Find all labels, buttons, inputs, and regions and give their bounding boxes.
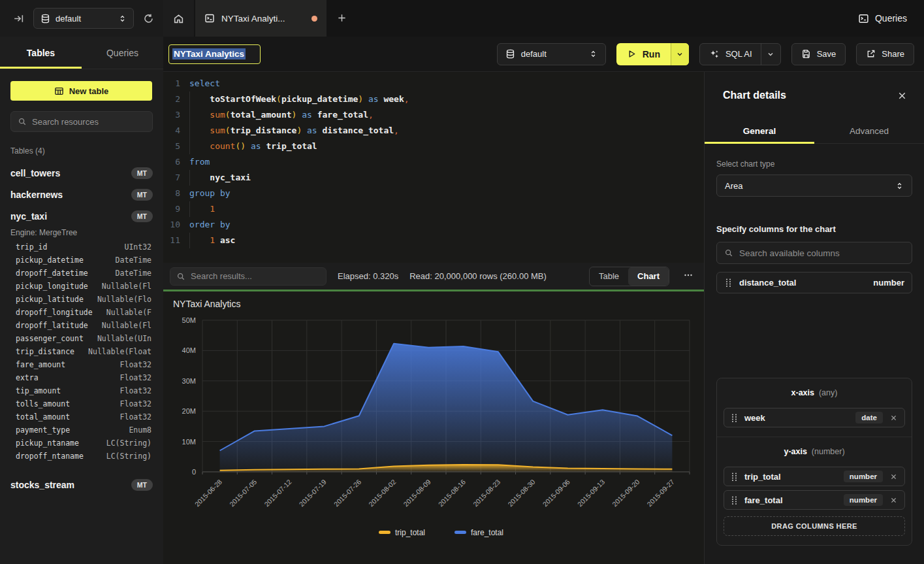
chart-legend[interactable]: trip_totalfare_total [379, 528, 503, 537]
line-number: 5 [163, 139, 180, 154]
tab-label: NYTaxi Analyti... [221, 14, 285, 24]
code-text: order by [189, 217, 231, 233]
table-row-nyc_taxi[interactable]: nyc_taxiMT [0, 205, 163, 227]
available-column-distance_total[interactable]: distance_totalnumber [716, 272, 912, 293]
chevron-updown-icon [589, 50, 597, 58]
tab-advanced[interactable]: Advanced [814, 119, 924, 143]
y-axis-item-trip_total[interactable]: trip_totalnumber [724, 467, 905, 486]
topbar-left: default [0, 0, 163, 37]
run-button[interactable]: Run [616, 43, 689, 65]
save-button[interactable]: Save [791, 43, 846, 65]
tables-list: cell_towersMThackernewsMTnyc_taxiMTEngin… [0, 162, 163, 495]
view-toggle: Table Chart [589, 267, 669, 286]
code-token: trip_total [266, 141, 317, 151]
drag-handle-icon [724, 278, 733, 288]
results-toolbar: Elapsed: 0.320s Read: 20,000,000 rows (2… [163, 263, 704, 291]
code-text: 1 asc [189, 233, 235, 248]
columns-search-input[interactable] [739, 248, 904, 258]
column-type: Nullable(UIn [97, 334, 151, 347]
more-options-button[interactable] [680, 270, 696, 283]
close-panel-button[interactable] [897, 91, 907, 101]
table-row-cell_towers[interactable]: cell_towersMT [0, 162, 163, 184]
code-token [189, 235, 210, 245]
table-column-row: dropoff_longitudeNullable(F [0, 308, 163, 321]
line-number: 4 [163, 123, 180, 139]
column-type: Float32 [120, 412, 151, 425]
plus-icon [337, 13, 347, 23]
code-token [246, 141, 251, 151]
column-name: dropoff_latitude [16, 321, 88, 334]
line-number: 11 [163, 233, 180, 248]
chart-details-header: Chart details [705, 72, 924, 119]
table-column-row: total_amountFloat32 [0, 412, 163, 425]
mergetree-badge: MT [131, 479, 153, 491]
share-button[interactable]: Share [856, 43, 914, 65]
y-axis-label: y-axis [784, 447, 806, 456]
collapse-sidebar-icon[interactable] [13, 13, 24, 24]
close-icon [897, 91, 907, 101]
code-token [302, 125, 307, 135]
x-axis-item-week[interactable]: weekdate [724, 408, 905, 427]
tab-nytaxi-analytics[interactable]: NYTaxi Analyti... [195, 0, 327, 37]
drag-handle-icon [730, 472, 739, 482]
column-type: Enum8 [129, 425, 151, 439]
sql-ai-button[interactable]: SQL AI [699, 43, 781, 65]
tab-general[interactable]: General [705, 119, 814, 143]
code-text: sum(trip_distance) as distance_total, [189, 123, 399, 139]
column-name: fare_amount [16, 360, 65, 373]
code-line-3: 3 sum(total_amount) as fare_total, [163, 107, 704, 123]
remove-column-button[interactable] [889, 414, 899, 422]
sidebar-tab-queries[interactable]: Queries [82, 37, 163, 69]
results-search[interactable] [170, 267, 327, 286]
code-token: nyc_taxi [210, 173, 251, 182]
y-axis-item-fare_total[interactable]: fare_totalnumber [724, 490, 905, 510]
sql-ai-caret[interactable] [761, 44, 780, 65]
refresh-icon[interactable] [143, 13, 154, 24]
sidebar-tabs: Tables Queries [0, 37, 163, 69]
column-type: LC(String) [106, 439, 151, 452]
query-title-input[interactable]: NYTaxi Analytics [168, 44, 261, 64]
x-tick-label: 2015-06-28 [193, 478, 224, 508]
code-text: sum(total_amount) as fare_total, [189, 107, 374, 123]
drop-zone[interactable]: DRAG COLUMNS HERE [724, 516, 905, 536]
code-line-4: 4 sum(trip_distance) as distance_total, [163, 123, 704, 139]
database-selector[interactable]: default [33, 8, 134, 29]
unsaved-dot [311, 16, 317, 22]
new-tab-button[interactable] [327, 0, 357, 37]
chart-details-tabs: General Advanced [705, 119, 924, 144]
new-table-button[interactable]: New table [10, 81, 152, 101]
sidebar-tab-tables[interactable]: Tables [0, 37, 82, 69]
view-toggle-chart[interactable]: Chart [628, 267, 669, 286]
resource-search-input[interactable] [32, 117, 147, 127]
area-chart[interactable]: 010M20M30M40M50M2015-06-282015-07-052015… [163, 291, 704, 564]
code-line-8: 8group by [163, 186, 704, 201]
home-button[interactable] [163, 0, 194, 37]
chart-type-select[interactable]: Area [716, 174, 912, 197]
column-name: trip_distance [16, 347, 74, 360]
query-database-selector[interactable]: default [497, 43, 606, 65]
x-axis-section: x-axis (any) weekdate [717, 378, 912, 437]
run-options-caret[interactable] [671, 43, 689, 65]
remove-column-button[interactable] [889, 473, 899, 480]
code-token: ( [276, 94, 281, 104]
tables-section-label: Tables (4) [10, 146, 153, 156]
remove-column-button[interactable] [889, 497, 899, 504]
table-row-stocks_stream[interactable]: stocks_streamMT [0, 474, 163, 495]
code-line-1: 1select [163, 76, 704, 91]
code-token: () [235, 141, 246, 151]
queries-nav-button[interactable]: Queries [850, 0, 924, 37]
columns-search[interactable] [716, 242, 912, 264]
query-terminal-icon [204, 13, 215, 24]
column-type: Float32 [120, 360, 151, 373]
code-token [189, 110, 210, 120]
column-name: tip_amount [16, 386, 61, 399]
code-line-11: 11 1 asc [163, 233, 704, 248]
table-row-hackernews[interactable]: hackernewsMT [0, 184, 163, 205]
resource-search[interactable] [10, 111, 153, 132]
view-toggle-table[interactable]: Table [590, 267, 628, 286]
x-tick-label: 2015-09-13 [576, 478, 607, 508]
line-number: 3 [163, 107, 180, 123]
results-search-input[interactable] [191, 271, 320, 281]
sql-editor[interactable]: 1select2 toStartOfWeek(pickup_datetime) … [163, 72, 704, 263]
run-button-main[interactable]: Run [616, 43, 671, 65]
